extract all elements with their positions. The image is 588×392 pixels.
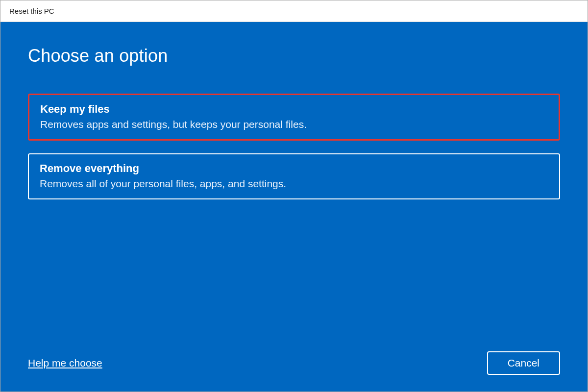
option-remove-everything[interactable]: Remove everything Removes all of your pe… bbox=[28, 153, 560, 199]
window-title: Reset this PC bbox=[9, 7, 54, 15]
page-title: Choose an option bbox=[28, 46, 560, 66]
reset-pc-dialog: Reset this PC Choose an option Keep my f… bbox=[0, 0, 588, 392]
option-description: Removes all of your personal files, apps… bbox=[40, 178, 548, 190]
option-keep-my-files[interactable]: Keep my files Removes apps and settings,… bbox=[28, 94, 560, 141]
dialog-content: Choose an option Keep my files Removes a… bbox=[0, 22, 588, 392]
option-description: Removes apps and settings, but keeps you… bbox=[40, 119, 548, 130]
dialog-footer: Help me choose Cancel bbox=[28, 351, 560, 375]
titlebar: Reset this PC bbox=[0, 0, 588, 22]
option-title: Keep my files bbox=[40, 103, 548, 116]
help-me-choose-link[interactable]: Help me choose bbox=[28, 357, 102, 369]
cancel-button[interactable]: Cancel bbox=[487, 351, 560, 375]
option-title: Remove everything bbox=[40, 162, 548, 175]
